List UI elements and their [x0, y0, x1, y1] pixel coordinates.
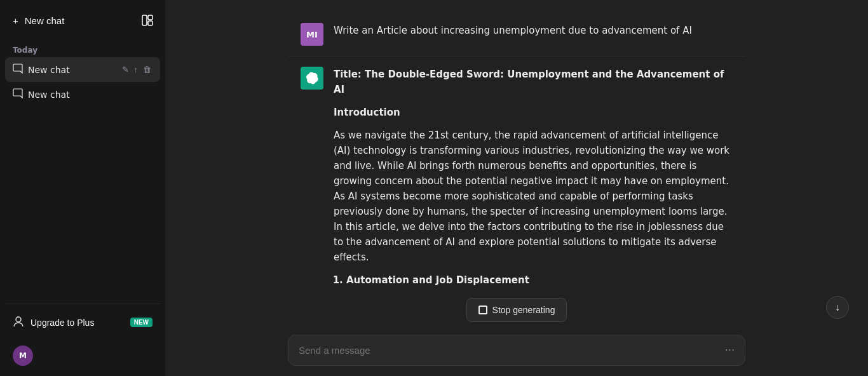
svg-rect-2 [148, 21, 153, 25]
input-area: ··· [275, 327, 758, 376]
ai-avatar [301, 67, 323, 90]
today-label: Today [5, 41, 160, 57]
chat-actions: ✎ ↑ 🗑 [121, 64, 153, 76]
upgrade-label: Upgrade to Plus [31, 318, 94, 328]
ai-message: Title: The Double-Edged Sword: Unemploym… [288, 57, 745, 298]
chat-messages: MI Write an Article about increasing une… [165, 0, 868, 298]
sidebar-item-chat-2[interactable]: New chat [5, 82, 160, 107]
user-message: MI Write an Article about increasing une… [288, 13, 745, 56]
delete-chat-button[interactable]: 🗑 [142, 64, 153, 76]
edit-chat-button[interactable]: ✎ [121, 64, 130, 76]
section-item-1: Automation and Job Displacement [346, 272, 733, 288]
new-chat-button[interactable]: + New chat [5, 9, 130, 32]
ai-sections-list: Automation and Job Displacement [334, 272, 733, 288]
chat-item-label: New chat [28, 65, 70, 75]
svg-rect-1 [148, 15, 153, 20]
user-avatar: M [13, 346, 33, 366]
new-badge: NEW [130, 318, 153, 327]
user-message-row: MI Write an Article about increasing une… [301, 23, 733, 46]
user-icon [13, 316, 24, 329]
user-message-content: Write an Article about increasing unempl… [334, 23, 733, 46]
user-profile-area: M [5, 340, 160, 371]
chat-item-label-2: New chat [28, 90, 70, 100]
user-avatar-message: MI [301, 23, 323, 46]
stop-icon [478, 306, 487, 314]
sidebar-layout-button[interactable] [135, 8, 160, 33]
main-chat: MI Write an Article about increasing une… [165, 0, 868, 376]
chevron-down-icon: ↓ [835, 302, 840, 313]
new-chat-label: New chat [25, 15, 65, 26]
scroll-to-bottom-button[interactable]: ↓ [826, 296, 849, 319]
upgrade-to-plus-button[interactable]: Upgrade to Plus NEW [5, 309, 160, 335]
ai-message-content: Title: The Double-Edged Sword: Unemploym… [334, 67, 733, 298]
sidebar-top: + New chat [5, 5, 160, 36]
chat-icon [13, 64, 23, 76]
share-chat-button[interactable]: ↑ [133, 64, 140, 76]
layout-icon [142, 15, 153, 26]
stop-generating-button[interactable]: Stop generating [466, 298, 567, 322]
more-options-icon[interactable]: ··· [725, 344, 735, 356]
svg-rect-0 [142, 15, 147, 25]
chat-icon-2 [13, 88, 23, 100]
svg-point-3 [16, 317, 21, 322]
sidebar-item-chat-1[interactable]: New chat ✎ ↑ 🗑 [5, 57, 160, 82]
input-box: ··· [288, 335, 745, 366]
sidebar: + New chat Today New chat ✎ ↑ 🗑 [0, 0, 165, 376]
plus-icon: + [13, 15, 18, 26]
stop-btn-area: Stop generating [165, 298, 868, 327]
ai-message-row: Title: The Double-Edged Sword: Unemploym… [301, 67, 733, 298]
sidebar-bottom: Upgrade to Plus NEW M [5, 304, 160, 371]
message-input[interactable] [299, 345, 719, 356]
